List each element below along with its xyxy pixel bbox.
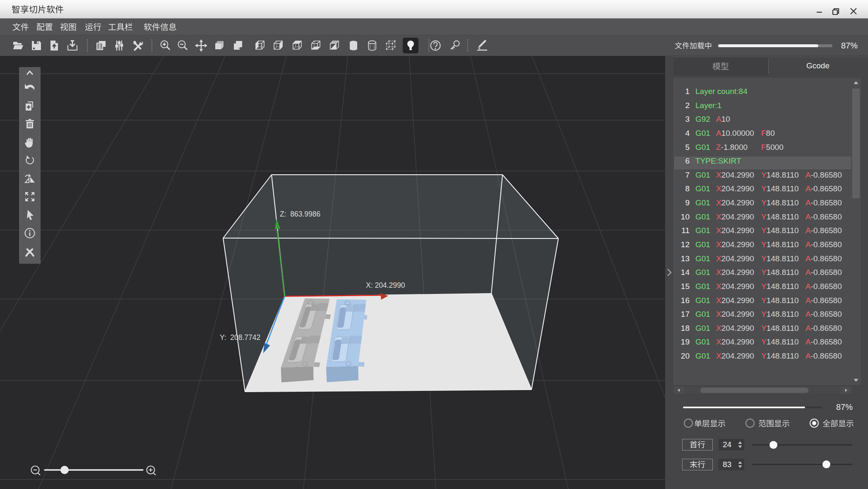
svg-text:X: 204.2990: X: 204.2990: [366, 281, 405, 289]
svg-text:Z: 863.9986: Z: 863.9986: [280, 210, 320, 218]
svg-text:Y: 208.7742: Y: 208.7742: [220, 333, 260, 342]
